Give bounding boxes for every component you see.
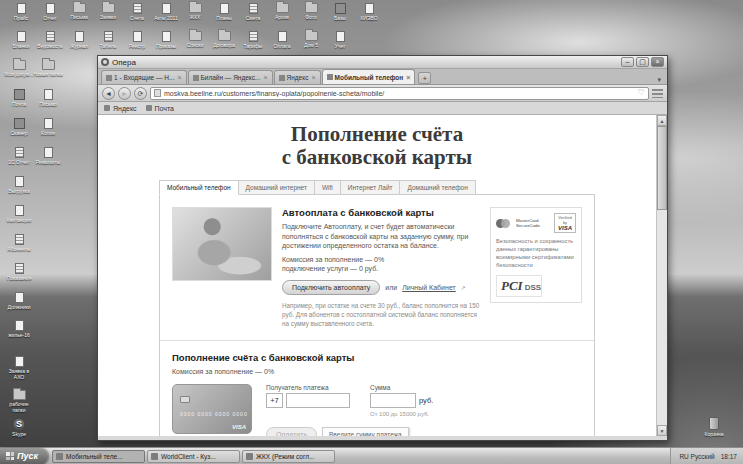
desktop-icon[interactable]: Акты 2011 — [151, 3, 181, 21]
skype-icon: S — [13, 418, 25, 430]
desktop-icon-label: Планы — [209, 15, 239, 21]
folder-icon — [189, 31, 202, 41]
tab-close-icon[interactable]: × — [177, 74, 181, 81]
desktop-icon-label: Показания — [4, 275, 34, 281]
desktop-icon[interactable]: ЖКХ — [180, 3, 210, 20]
desktop-icon[interactable]: Письмо — [33, 89, 63, 107]
bookmark-heart-icon[interactable]: ♡ — [638, 89, 645, 97]
url-field[interactable]: moskva.beeline.ru/customers/finansy-opla… — [150, 87, 649, 100]
desktop-icon[interactable]: Квитанции — [4, 205, 34, 223]
desktop-icon[interactable]: Учет — [325, 31, 355, 49]
desktop-icon[interactable]: Заявки — [93, 3, 123, 20]
tab-home-internet[interactable]: Домашний интернет — [239, 180, 315, 195]
desktop-icon[interactable]: 1С Отчет — [4, 147, 34, 165]
tab-list-icon[interactable]: ▾ — [654, 76, 664, 84]
desktop-icon[interactable]: Ведомость — [35, 31, 65, 49]
forward-button[interactable]: ► — [118, 87, 131, 100]
minimize-button[interactable]: – — [621, 57, 634, 67]
taskbar-task-worldclient[interactable]: WorldClient - Куз... — [147, 450, 240, 463]
desktop-icon[interactable]: Планы — [209, 3, 239, 21]
desktop-icon[interactable]: Прайс — [6, 3, 36, 21]
scroll-down-icon[interactable]: ▼ — [657, 425, 667, 436]
desktop-icon[interactable]: Показания — [4, 263, 34, 281]
start-button[interactable]: Пуск — [0, 448, 48, 464]
desktop-icon[interactable]: Абоненты — [4, 234, 34, 252]
amount-input[interactable] — [370, 393, 416, 408]
desktop-icon[interactable]: Фото — [296, 3, 326, 20]
desktop-icon[interactable]: Оплата — [267, 31, 297, 49]
tab-wifi[interactable]: Wifi — [315, 180, 341, 195]
tab-close-icon[interactable]: × — [263, 74, 267, 81]
new-tab-button[interactable]: + — [418, 72, 431, 84]
desktop-icon[interactable]: Почта — [4, 89, 34, 107]
tab-favicon — [106, 75, 112, 81]
desktop-icon[interactable]: Приказы — [151, 31, 181, 49]
desktop-icon[interactable]: жилье-16 — [4, 320, 34, 338]
desktop-icon[interactable]: Новая папка — [33, 60, 63, 77]
trash-icon — [709, 417, 719, 430]
section-divider — [160, 340, 594, 341]
bookmark-yandex[interactable]: Яндекс — [104, 105, 137, 112]
desktop-icon[interactable]: Журнал — [64, 31, 94, 49]
desktop-icon[interactable]: Архив — [267, 3, 297, 20]
desktop-icon-label: Skype — [4, 431, 34, 437]
scrollbar[interactable]: ▲ ▼ — [656, 115, 667, 436]
personal-cabinet-link[interactable]: Личный Кабинет — [402, 284, 456, 291]
browser-tab-mobile-active[interactable]: Мобильный телефон × — [322, 69, 416, 84]
desktop-icon[interactable]: Бланки — [6, 31, 36, 49]
desktop-icon[interactable]: Табель — [93, 31, 123, 49]
close-button[interactable]: × — [651, 57, 664, 67]
taskbar-task-zhkh[interactable]: ЖКХ (Режим согл... — [242, 450, 335, 463]
url-text: moskva.beeline.ru/customers/finansy-opla… — [164, 90, 635, 97]
xls-icon — [133, 3, 142, 14]
maximize-button[interactable]: ▢ — [636, 57, 649, 67]
bookmark-mail[interactable]: Почта — [146, 105, 174, 112]
desktop-icon[interactable]: Письма — [64, 3, 94, 20]
scroll-up-icon[interactable]: ▲ — [657, 115, 667, 126]
desktop: ПрайсОтчетПисьмаЗаявкиСчетаАкты 2011ЖКХП… — [0, 0, 743, 464]
desktop-icon[interactable]: Отчет — [35, 3, 65, 21]
desktop-icon[interactable]: Счета — [122, 3, 152, 21]
desktop-icon-label: Бланки — [6, 43, 36, 49]
connect-autopay-button[interactable]: Подключить автооплату — [282, 280, 380, 295]
desktop-icon[interactable]: Сканер — [4, 118, 34, 136]
bookmark-icon — [146, 105, 152, 111]
desktop-icon[interactable]: SSkype — [4, 418, 34, 437]
browser-tab-inbox[interactable]: 1 - Входящие — Н... × — [101, 70, 187, 84]
desktop-icon[interactable]: Договора — [209, 31, 239, 48]
desktop-icon[interactable]: КИЭВО — [354, 3, 384, 21]
back-button[interactable]: ◄ — [102, 87, 115, 100]
scrollbar-thumb[interactable] — [657, 126, 667, 210]
browser-tab-beeline-search[interactable]: Билайн — Яндекс... × — [188, 70, 273, 84]
tab-mobile-phone[interactable]: Мобильный телефон — [159, 180, 239, 195]
desktop-icon[interactable]: Заявка в АХО — [4, 356, 34, 380]
desktop-icon[interactable]: Реестр — [122, 31, 152, 49]
desktop-icon[interactable]: рабочие папки — [4, 390, 34, 413]
window-titlebar[interactable]: Опера – ▢ × — [98, 56, 667, 69]
phone-prefix: +7 — [266, 393, 283, 408]
reload-button[interactable]: ⟳ — [134, 87, 147, 100]
amount-label: Сумма — [370, 384, 433, 391]
desktop-icon[interactable]: Копия — [33, 118, 63, 136]
desktop-icon-label: Реестр — [122, 43, 152, 49]
menu-icon[interactable] — [652, 89, 663, 98]
pay-button[interactable]: Оплатить — [266, 427, 317, 436]
browser-tab-yandex[interactable]: Яндекс × — [274, 70, 321, 84]
language-indicator[interactable]: RU Русский — [679, 453, 714, 460]
tab-close-icon[interactable]: × — [406, 74, 410, 81]
tab-internet-light[interactable]: Интернет Лайт — [341, 180, 401, 195]
desktop-icon[interactable]: Выгрузка — [4, 176, 34, 194]
recycle-bin[interactable]: Корзина — [699, 417, 729, 437]
phone-input[interactable] — [286, 393, 350, 408]
desktop-icon[interactable]: Тарифы — [238, 31, 268, 49]
tab-close-icon[interactable]: × — [311, 74, 315, 81]
desktop-icon[interactable]: Дом 5 — [296, 31, 326, 48]
desktop-icon[interactable]: Списки — [180, 31, 210, 48]
desktop-icon[interactable]: Реквизиты — [33, 147, 63, 165]
desktop-icon[interactable]: Должники — [4, 292, 34, 310]
desktop-icon[interactable]: Мои докум... — [4, 60, 34, 77]
desktop-icon[interactable]: Смета — [238, 3, 268, 21]
taskbar-task-browser[interactable]: Мобильный теле... — [52, 450, 145, 463]
tab-home-phone[interactable]: Домашний телефон — [400, 180, 475, 195]
desktop-icon[interactable]: Базы — [325, 3, 355, 21]
